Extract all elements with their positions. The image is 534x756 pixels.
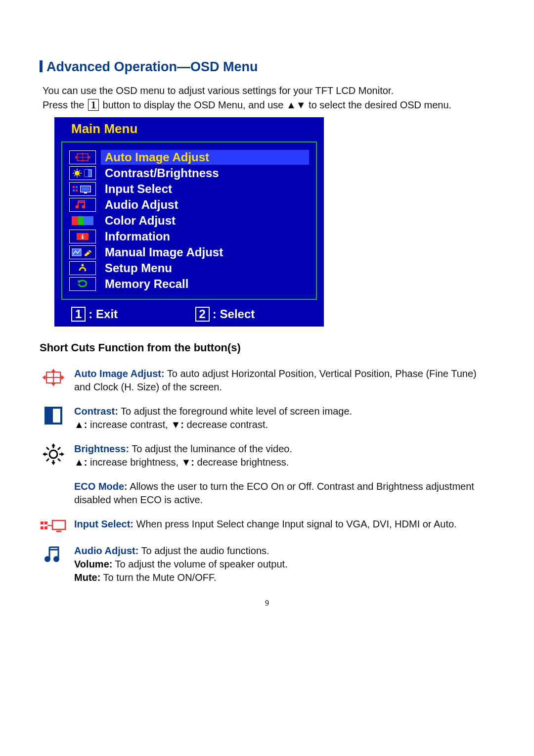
volume-label: Volume: [74,559,112,569]
intro-after-button: button to display the OSD Menu, and use … [103,99,452,110]
shortcut-contrast: Contrast: To adjust the foreground white… [40,405,494,431]
page-number: 9 [0,599,534,608]
input-select-icon [40,518,67,533]
svg-rect-17 [76,186,78,188]
button-1-box: 1 [88,99,99,111]
auto-image-adjust-icon [40,367,67,387]
svg-marker-4 [89,156,90,159]
osd-item-contrast-brightness[interactable]: Contrast/Brightness [69,165,309,181]
svg-marker-39 [61,375,64,380]
osd-label: Setup Menu [101,261,309,276]
shortcut-text: Audio Adjust: To adjust the audio functi… [74,544,288,584]
shortcut-body: To adjust the foreground white level of … [118,406,352,417]
shortcut-auto-image-adjust: Auto Image Adjust: To auto adjust Horizo… [40,367,494,394]
shortcut-body: To adjust the audio functions. [138,545,269,556]
svg-point-33 [85,270,86,272]
osd-label: Color Adjust [101,213,309,228]
mute-text: To turn the Mute ON/OFF. [100,572,216,583]
svg-point-44 [49,450,57,458]
down-label: ▼: [181,457,194,468]
svg-marker-41 [51,383,56,386]
shortcut-title: ECO Mode: [74,481,128,492]
shortcut-eco-mode: ECO Mode: Allows the user to turn the EC… [40,480,494,507]
svg-marker-56 [61,452,64,456]
svg-rect-18 [73,189,75,191]
svg-marker-34 [77,280,80,284]
svg-rect-27 [84,216,93,225]
osd-item-setup-menu[interactable]: Setup Menu [69,260,309,276]
shortcut-title: Contrast: [74,406,118,417]
osd-item-information[interactable]: Information [69,229,309,244]
shortcut-text: ECO Mode: Allows the user to turn the EC… [74,480,494,507]
up-label: ▲: [74,457,87,468]
svg-point-32 [82,264,84,267]
svg-point-23 [76,205,79,209]
svg-marker-54 [51,462,55,465]
svg-rect-19 [76,189,78,191]
down-text: decrease brightness. [194,457,289,468]
shortcut-title: Audio Adjust: [74,545,138,556]
osd-label: Memory Recall [101,277,309,291]
osd-item-input-select[interactable]: Input Select [69,181,309,197]
osd-label: Information [101,229,309,244]
svg-marker-53 [51,443,55,446]
intro-line1: You can use the OSD menu to adjust vario… [43,85,394,96]
osd-select-label: : Select [213,307,255,321]
svg-point-29 [82,234,83,236]
svg-rect-57 [41,521,44,524]
svg-rect-16 [73,186,75,188]
osd-title: Main Menu [54,117,324,142]
svg-rect-59 [41,526,44,529]
shortcut-brightness: Brightness: To adjust the luminance of t… [40,442,494,469]
intro-press-the: Press the [43,99,84,110]
shortcut-text: Contrast: To adjust the foreground white… [74,405,352,431]
svg-rect-30 [82,236,84,239]
svg-point-5 [75,171,80,176]
contrast-brightness-icon [69,166,96,180]
svg-rect-58 [44,521,47,524]
shortcut-body: To adjust the luminance of the video. [129,443,292,454]
shortcut-title: Auto Image Adjust: [74,368,165,379]
svg-line-11 [79,175,80,176]
osd-exit-label: : Exit [89,307,118,321]
color-adjust-icon [69,214,96,228]
osd-select-hint: 2 : Select [195,307,314,322]
svg-point-64 [44,556,50,562]
osd-label: Manual Image Adjust [101,245,309,260]
down-label: ▼: [171,419,183,430]
svg-marker-40 [51,369,56,372]
osd-label: Input Select [101,182,309,196]
osd-label: Auto Image Adjust [101,150,309,165]
osd-footer: 1 : Exit 2 : Select [54,307,324,327]
osd-item-color-adjust[interactable]: Color Adjust [69,213,309,229]
osd-inner: Auto Image Adjust [61,142,317,300]
shortcut-text: Input Select: When press Input Select ch… [74,518,457,531]
up-text: increase brightness, [87,457,181,468]
up-label: ▲: [74,419,87,430]
section-heading: Advanced Operation—OSD Menu [40,59,494,75]
osd-item-manual-image-adjust[interactable]: Manual Image Adjust [69,244,309,260]
mute-label: Mute: [74,572,100,583]
svg-line-49 [46,447,49,450]
osd-item-auto-image-adjust[interactable]: Auto Image Adjust [69,149,309,165]
information-icon [69,230,96,243]
svg-line-52 [58,447,60,450]
svg-line-12 [74,175,75,176]
input-select-icon [69,182,96,196]
shortcut-body: Allows the user to turn the ECO On or Of… [74,481,474,505]
setup-menu-icon [69,261,96,275]
manual-image-adjust-icon [69,245,96,259]
osd-select-num: 2 [195,307,210,322]
no-icon [40,480,67,481]
contrast-icon [40,405,67,425]
shortcut-title: Brightness: [74,443,129,454]
svg-rect-21 [82,187,89,191]
heading-text: Advanced Operation—OSD Menu [46,59,258,75]
osd-item-memory-recall[interactable]: Memory Recall [69,276,309,292]
svg-line-10 [74,170,75,171]
down-text: decrease contrast. [184,419,268,430]
osd-item-audio-adjust[interactable]: Audio Adjust [69,197,309,213]
shortcut-input-select: Input Select: When press Input Select ch… [40,518,494,533]
svg-rect-62 [52,520,65,529]
audio-adjust-icon [40,544,67,565]
